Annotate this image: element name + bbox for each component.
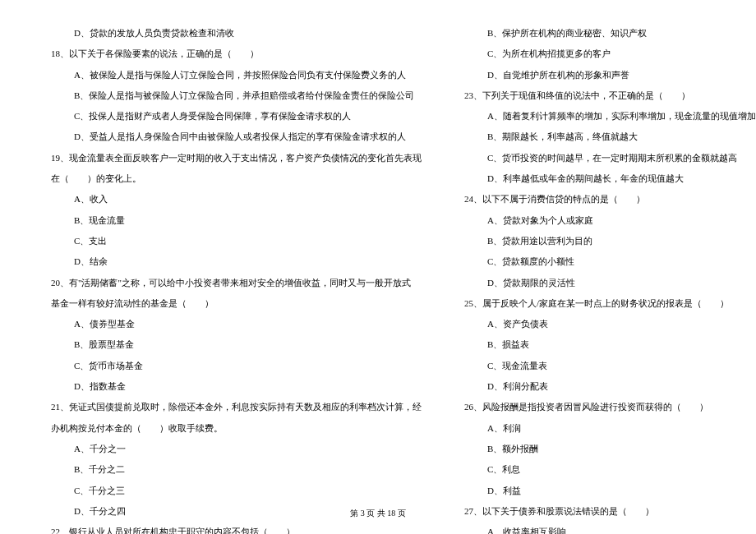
q25: 25、属于反映个人/家庭在某一时点上的财务状况的报表是（ ） (454, 293, 756, 314)
q17-option-d: D、贷款的发放人员负责贷款检查和清收 (41, 23, 422, 44)
q21-option-a: A、千分之一 (41, 439, 422, 459)
right-column: B、保护所在机构的商业秘密、知识产权 C、为所在机构招揽更多的客户 D、自觉维护… (454, 23, 756, 534)
q25-option-b: B、损益表 (454, 334, 756, 355)
q26-option-c: C、利息 (454, 459, 756, 480)
q21-option-c: C、千分之三 (41, 481, 422, 501)
q20-option-d: D、指数基金 (41, 376, 422, 397)
q23: 23、下列关于现值和终值的说法中，不正确的是（ ） (454, 85, 756, 106)
q26-option-d: D、利益 (454, 481, 756, 501)
q20-option-a: A、债券型基金 (41, 314, 422, 334)
q26: 26、风险报酬是指投资者因冒风险进行投资而获得的（ ） (454, 397, 756, 417)
q20: 20、有"活期储蓄"之称，可以给中小投资者带来相对安全的增值收益，同时又与一般开… (41, 273, 422, 293)
q25-option-d: D、利润分配表 (454, 376, 756, 397)
q21-cont: 办机构按兑付本金的（ ）收取手续费。 (41, 418, 422, 439)
q25-option-a: A、资产负债表 (454, 314, 756, 334)
page-footer: 第 3 页 共 18 页 (0, 508, 756, 519)
q19-option-d: D、结余 (41, 251, 422, 272)
q18-option-c: C、投保人是指财产或者人身受保险合同保障，享有保险金请求权的人 (41, 106, 422, 127)
q23-option-c: C、货币投资的时间越早，在一定时期期末所积累的金额就越高 (454, 148, 756, 168)
q21: 21、凭证式国债提前兑取时，除偿还本金外，利息按实际持有天数及相应的利率档次计算… (41, 397, 422, 417)
q22-option-d: D、自觉维护所在机构的形象和声誉 (454, 65, 756, 85)
q20-option-b: B、股票型基金 (41, 334, 422, 355)
q22: 22、银行从业人员对所在机构忠于职守的内容不包括（ ） (41, 522, 422, 534)
q26-option-b: B、额外报酬 (454, 439, 756, 459)
q27-option-a: A、收益率相互影响 (454, 522, 756, 534)
q18-option-b: B、保险人是指与被保险人订立保险合同，并承担赔偿或者给付保险金责任的保险公司 (41, 85, 422, 106)
q18-option-d: D、受益人是指人身保险合同中由被保险人或者投保人指定的享有保险金请求权的人 (41, 127, 422, 147)
q19: 19、现金流量表全面反映客户一定时期的收入于支出情况，客户资产负债情况的变化首先… (41, 148, 422, 168)
q19-option-b: B、现金流量 (41, 210, 422, 231)
q24: 24、以下不属于消费信贷的特点的是（ ） (454, 189, 756, 209)
q19-option-a: A、收入 (41, 189, 422, 209)
q26-option-a: A、利润 (454, 418, 756, 439)
q24-option-c: C、贷款额度的小额性 (454, 251, 756, 272)
q24-option-d: D、贷款期限的灵活性 (454, 273, 756, 293)
q21-option-b: B、千分之二 (41, 459, 422, 480)
left-column: D、贷款的发放人员负责贷款检查和清收 18、以下关于各保险要素的说法，正确的是（… (41, 23, 422, 534)
q19-option-c: C、支出 (41, 231, 422, 251)
q20-option-c: C、货币市场基金 (41, 356, 422, 376)
q18-option-a: A、被保险人是指与保险人订立保险合同，并按照保险合同负有支付保险费义务的人 (41, 65, 422, 85)
q19-cont: 在（ ）的变化上。 (41, 168, 422, 189)
q23-option-a: A、随着复利计算频率的增加，实际利率增加，现金流量的现值增加 (454, 106, 756, 127)
q18: 18、以下关于各保险要素的说法，正确的是（ ） (41, 44, 422, 64)
q22-option-c: C、为所在机构招揽更多的客户 (454, 44, 756, 64)
q23-option-d: D、利率越低或年金的期间越长，年金的现值越大 (454, 168, 756, 189)
q24-option-a: A、贷款对象为个人或家庭 (454, 210, 756, 231)
q25-option-c: C、现金流量表 (454, 356, 756, 376)
q20-cont: 基金一样有较好流动性的基金是（ ） (41, 293, 422, 314)
q23-option-b: B、期限越长，利率越高，终值就越大 (454, 127, 756, 147)
q24-option-b: B、贷款用途以营利为目的 (454, 231, 756, 251)
q22-option-b: B、保护所在机构的商业秘密、知识产权 (454, 23, 756, 44)
